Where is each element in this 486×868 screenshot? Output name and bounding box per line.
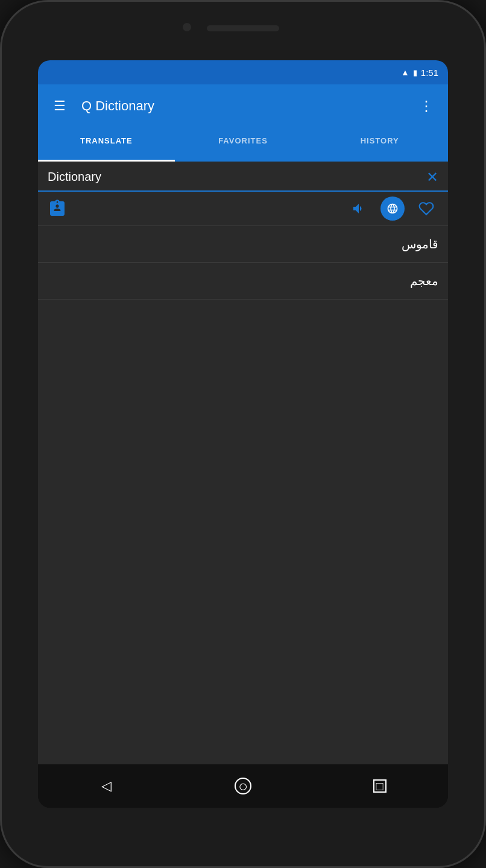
hamburger-icon: ☰	[54, 98, 66, 114]
result-item-2[interactable]: معجم	[38, 263, 448, 300]
recents-button[interactable]: □	[362, 768, 398, 804]
clipboard-button[interactable]	[48, 199, 67, 218]
search-input-container	[48, 170, 419, 190]
front-camera	[183, 23, 191, 31]
phone-frame: ▲ ▮ 1:51 ☰ Q Dictionary ⋮ TRANSLATE FAVO…	[0, 0, 486, 868]
result-text-2: معجم	[410, 274, 438, 288]
clear-icon: ✕	[426, 169, 438, 185]
tab-favorites[interactable]: FAVORITES	[175, 128, 312, 162]
status-bar: ▲ ▮ 1:51	[38, 60, 448, 84]
speak-button[interactable]	[347, 197, 371, 221]
more-icon: ⋮	[419, 98, 434, 115]
clock: 1:51	[421, 68, 438, 78]
back-button[interactable]: ◁	[88, 768, 124, 804]
search-input[interactable]	[48, 170, 419, 190]
clear-button[interactable]: ✕	[426, 169, 438, 190]
more-options-button[interactable]: ⋮	[414, 94, 438, 118]
home-icon: ○	[235, 778, 251, 794]
result-item-1[interactable]: قاموس	[38, 226, 448, 263]
app-bar: ☰ Q Dictionary ⋮	[38, 84, 448, 128]
back-icon: ◁	[101, 778, 112, 794]
speaker-grill	[207, 25, 279, 31]
translate-icon	[380, 197, 405, 221]
translate-button[interactable]	[380, 197, 405, 221]
favorite-button[interactable]	[414, 197, 438, 221]
menu-button[interactable]: ☰	[48, 94, 72, 118]
result-text-1: قاموس	[402, 237, 438, 251]
results-area: قاموس معجم	[38, 226, 448, 764]
tab-translate[interactable]: TRANSLATE	[38, 128, 175, 162]
signal-icon: ▲	[401, 68, 409, 77]
recents-icon: □	[373, 779, 387, 793]
home-button[interactable]: ○	[225, 768, 261, 804]
battery-icon: ▮	[413, 68, 417, 77]
search-area: ✕	[38, 162, 448, 192]
main-content: ✕	[38, 162, 448, 764]
tab-history[interactable]: HISTORY	[311, 128, 448, 162]
tab-bar: TRANSLATE FAVORITES HISTORY	[38, 128, 448, 162]
heart-icon	[418, 201, 434, 216]
speaker-icon	[352, 201, 366, 216]
status-icons: ▲ ▮ 1:51	[401, 68, 438, 78]
clipboard-icon	[48, 199, 67, 218]
phone-screen: ▲ ▮ 1:51 ☰ Q Dictionary ⋮ TRANSLATE FAVO…	[38, 60, 448, 808]
toolbar-row	[38, 192, 448, 226]
navigation-bar: ◁ ○ □	[38, 764, 448, 808]
app-title: Q Dictionary	[81, 98, 405, 114]
toolbar-actions	[347, 197, 438, 221]
